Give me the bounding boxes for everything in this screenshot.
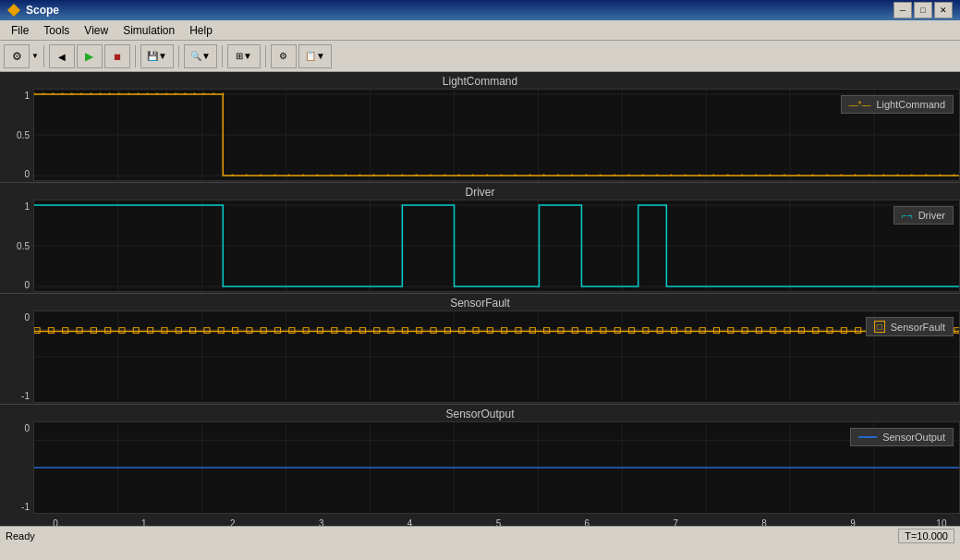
svg-text:*: * [769,172,772,180]
svg-text:*: * [514,172,516,180]
svg-text:*: * [811,172,814,180]
app-icon [7,4,20,17]
separator-5 [265,45,266,67]
svg-text:*: * [79,91,82,99]
svg-rect-128 [261,328,266,334]
svg-rect-126 [233,328,238,334]
svg-text:*: * [222,91,225,99]
window-controls[interactable]: ─ □ ✕ [893,2,953,18]
gear-dropdown-icon[interactable]: ▼ [31,52,39,60]
svg-text:*: * [372,172,375,180]
zoom-dropdown[interactable]: 🔍▼ [184,44,217,68]
svg-text:*: * [457,172,460,180]
svg-rect-156 [657,328,662,334]
chart-sensorfault: SensorFault 0 -1 [0,294,960,405]
svg-text:*: * [585,172,588,180]
chart-svg-sensoroutput [34,422,959,513]
svg-text:*: * [444,172,446,180]
x-tick-0: 0 [37,518,74,526]
write-dropdown[interactable]: 💾▼ [140,44,174,68]
menu-simulation[interactable]: Simulation [115,22,182,39]
svg-rect-131 [303,328,309,334]
svg-rect-134 [346,328,351,334]
svg-text:*: * [825,172,828,180]
chart-driver: Driver 1 0.5 0 [0,183,960,294]
x-tick-2: 2 [214,518,251,526]
stop-button[interactable] [104,44,130,68]
y-label-lc-1: 1 [24,91,30,101]
svg-text:*: * [953,172,955,180]
x-tick-1: 1 [126,518,163,526]
layout-dropdown[interactable]: ⊞▼ [227,44,261,68]
x-axis: 0 1 2 3 4 5 6 7 8 9 10 [0,518,960,526]
svg-rect-148 [544,328,550,334]
legend-driver: ⌐¬ Driver [893,206,954,225]
separator-2 [135,45,136,67]
svg-text:*: * [712,172,715,180]
svg-rect-168 [827,328,832,334]
y-label-so-1: 0 [24,423,30,433]
window-title: Scope [26,4,59,17]
svg-rect-121 [162,328,167,334]
svg-text:*: * [684,172,687,180]
svg-text:*: * [868,172,870,180]
svg-text:*: * [344,172,346,180]
svg-text:*: * [128,91,130,99]
chart-svg-driver [34,201,959,291]
svg-text:*: * [571,172,574,180]
svg-text:*: * [529,172,531,180]
separator-1 [43,45,44,67]
minimize-button[interactable]: ─ [893,2,912,18]
svg-rect-144 [487,328,492,334]
menu-view[interactable]: View [77,22,115,39]
svg-rect-157 [671,328,676,334]
svg-text:*: * [287,172,290,180]
svg-text:*: * [137,91,140,99]
legend-marker-sf: □ [874,321,885,333]
gear-button[interactable] [4,44,30,68]
chart-lightcommand: LightCommand 1 0.5 0 [0,72,960,183]
toolbar: ▼ 💾▼ 🔍▼ ⊞▼ ⚙ 📋▼ [0,41,960,72]
svg-text:*: * [34,91,36,99]
svg-text:*: * [726,172,729,180]
svg-text:*: * [358,172,361,180]
x-tick-3: 3 [303,518,340,526]
svg-text:*: * [599,172,602,180]
svg-text:*: * [641,172,644,180]
svg-rect-167 [813,328,819,334]
param-dropdown[interactable]: 📋▼ [298,44,332,68]
svg-rect-154 [629,328,635,334]
menu-tools[interactable]: Tools [36,22,77,39]
x-tick-8: 8 [746,518,783,526]
maximize-button[interactable]: □ [914,2,932,18]
chart-title-driver: Driver [0,183,960,200]
svg-text:*: * [556,172,559,180]
status-bar: Ready T=10.000 [0,526,960,544]
back-button[interactable] [49,44,75,68]
svg-rect-113 [48,328,54,334]
play-button[interactable] [77,44,103,68]
svg-text:*: * [415,172,418,180]
menu-file[interactable]: File [4,22,36,39]
svg-rect-158 [686,328,691,334]
svg-rect-129 [274,328,280,334]
svg-text:*: * [316,172,319,180]
svg-text:*: * [656,172,659,180]
svg-rect-124 [204,328,210,334]
y-label-dr-0: 0 [24,280,30,290]
svg-rect-143 [473,328,479,334]
svg-text:*: * [175,91,177,99]
svg-text:*: * [70,91,73,99]
svg-text:*: * [117,91,120,99]
x-tick-9: 9 [834,518,871,526]
svg-text:*: * [670,172,673,180]
close-button[interactable]: ✕ [934,2,953,18]
chart-svg-sensorfault [34,311,959,402]
menu-help[interactable]: Help [182,22,220,39]
svg-rect-114 [63,328,68,334]
svg-rect-149 [558,328,564,334]
config-button[interactable]: ⚙ [271,44,297,68]
svg-text:*: * [429,172,431,180]
legend-line-so [858,436,877,438]
svg-rect-132 [317,328,322,334]
